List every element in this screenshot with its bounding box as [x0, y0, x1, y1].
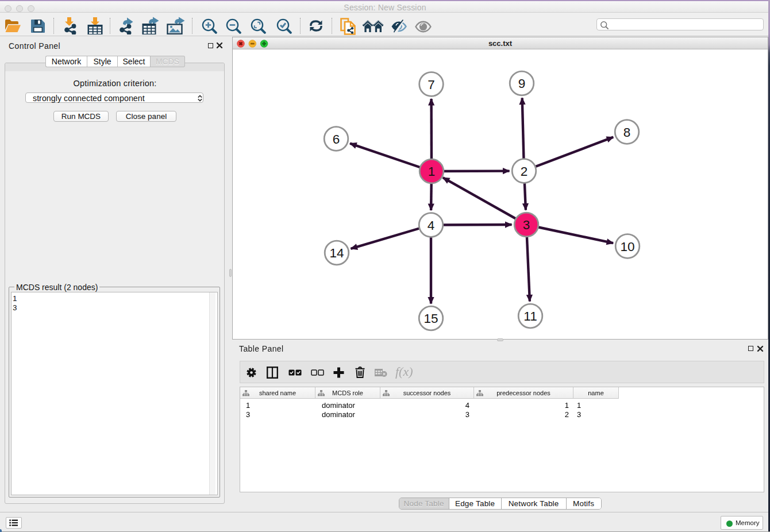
svg-text:2: 2: [521, 164, 528, 179]
svg-text:7: 7: [428, 78, 435, 92]
svg-text:8: 8: [623, 125, 631, 140]
svg-text:15: 15: [424, 311, 438, 326]
svg-text:4: 4: [428, 218, 435, 233]
svg-text:3: 3: [523, 218, 530, 232]
svg-text:14: 14: [329, 246, 344, 260]
svg-text:11: 11: [523, 309, 537, 323]
svg-text:9: 9: [518, 76, 526, 91]
svg-text:10: 10: [620, 240, 634, 254]
svg-text:6: 6: [333, 132, 340, 147]
svg-text:1: 1: [428, 164, 436, 179]
